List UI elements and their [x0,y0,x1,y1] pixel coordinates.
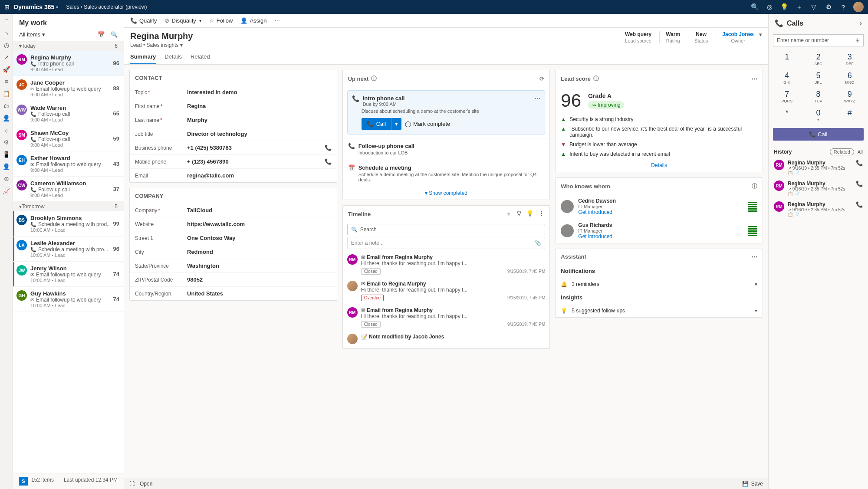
more-icon[interactable]: ⋯ [752,253,757,260]
form-field[interactable]: Emailregina@tallc.com [130,168,337,182]
history-all-link[interactable]: All [858,149,863,154]
call-history-item[interactable]: RM Regina Murphy↗ 9/16/19 • 2:35 PM • 7m… [769,157,868,178]
get-introduced-link[interactable]: Get introduced [578,209,616,215]
form-field[interactable]: Mobile phone+ (123) 4567890📞 [130,154,337,168]
show-completed-link[interactable]: ▾ Show completed [343,187,550,200]
nav-rail-item[interactable]: 📱 [3,151,10,158]
form-field[interactable]: Job titleDirector of technology [130,127,337,141]
cmd-assign[interactable]: 👤Assign [240,17,266,24]
info-icon[interactable]: ⓘ [371,75,377,82]
insights-icon[interactable]: 💡 [526,210,533,218]
search-icon[interactable]: 🔍 [111,31,118,38]
tab-summary[interactable]: Summary [130,50,156,64]
save-button[interactable]: Save [751,481,763,487]
worklist-item[interactable]: RM Regina Murphy 📞Intro phone call 9:00 … [13,51,124,76]
nav-rail-item[interactable]: ⌂ [4,30,8,36]
form-field[interactable]: State/ProvinceWashington [130,259,337,272]
brand-chevron-icon[interactable]: ▾ [56,5,58,10]
worklist-group[interactable]: ▾ Tomorrow5 [13,202,124,211]
settings-icon[interactable]: ⚙ [821,3,836,11]
reminders-row[interactable]: 🔔 3 reminders ▾ [556,278,763,291]
help-icon[interactable]: ? [836,3,851,11]
form-field[interactable]: ZIP/Postal Code98052 [130,272,337,286]
dialpad-key[interactable]: 1 [771,50,802,69]
add-icon[interactable]: ＋ [506,210,512,218]
nav-rail-item[interactable]: ↗ [4,54,9,61]
form-field[interactable]: Last name*Murphy [130,113,337,127]
dialpad-key[interactable]: * [771,106,802,125]
info-icon[interactable]: ⓘ [752,182,757,190]
dialpad-key[interactable]: 9WXYZ [834,87,865,106]
history-related-pill[interactable]: Related [830,148,854,155]
refresh-icon[interactable]: ⟳ [539,75,544,82]
nav-rail-item[interactable]: ◷ [4,42,9,49]
search-icon[interactable]: 🔍 [747,3,762,11]
leadscore-details-link[interactable]: Details [556,159,763,172]
dialpad-key[interactable]: 3DEF [834,50,865,69]
more-icon[interactable]: ⋯ [534,95,540,102]
phone-icon[interactable]: 📞 [325,158,332,165]
more-icon[interactable]: ⋮ [539,210,544,218]
worklist-item[interactable]: LA Leslie Alexander 📞Schedule a meeting … [13,236,124,262]
dialpad-key[interactable]: # [834,106,865,125]
app-launcher-icon[interactable]: ⊞ [4,3,10,10]
nav-rail-item[interactable]: ⚙ [3,139,9,146]
target-icon[interactable]: ◎ [762,3,777,11]
tab-related[interactable]: Related [191,50,210,64]
dialpad-key[interactable]: 5JKL [802,69,834,87]
more-icon[interactable]: ⋯ [752,75,757,82]
phone-icon[interactable]: 📞 [856,181,863,187]
form-field[interactable]: Websitehttps://www.tallc.com [130,217,337,231]
upnext-item[interactable]: 📞Follow-up phone callIntroduction to our… [343,138,550,160]
nav-rail-item[interactable]: 📈 [3,187,10,194]
add-icon[interactable]: ＋ [792,3,806,11]
nav-rail-item[interactable]: 👤 [3,115,10,121]
worklist-item[interactable]: GH Guy Hawkins ✉Email followup to web qu… [13,287,124,312]
form-field[interactable]: Business phone+1 (425) 5380783📞 [130,141,337,154]
upnext-item[interactable]: 📅Schedule a meetingSchedule a demo meeti… [343,160,550,187]
timeline-item[interactable]: RM ✉ Email from Regina Murphy Hi there, … [343,305,550,332]
form-field[interactable]: Street 1One Contoso Way [130,231,337,245]
nav-rail-item[interactable]: 👤 [3,163,10,170]
call-history-item[interactable]: RM Regina Murphy↗ 9/16/19 • 2:35 PM • 7m… [769,178,868,199]
nav-rail-item[interactable]: ≡ [4,17,8,24]
form-field[interactable]: First name*Regina [130,99,337,113]
followups-row[interactable]: 💡 5 suggested follow-ups ▾ [556,304,763,317]
dial-input[interactable]: Enter name or number ⊞ [773,34,864,46]
timeline-search[interactable]: 🔍Search [347,224,546,235]
worklist-group[interactable]: ▾ Today6 [13,41,124,51]
dialpad-key[interactable]: 8TUV [802,87,834,106]
phone-icon[interactable]: 📞 [856,160,863,166]
worklist-item[interactable]: BS Brooklyn Simmons 📞Schedule a meeting … [13,211,124,236]
cmd-qualify[interactable]: 📞Qualify [130,17,157,24]
worklist-item[interactable]: SM Shawn McCoy 📞Follow-up call 9:00 AM •… [13,126,124,151]
filter-icon[interactable]: ▽ [806,3,821,11]
call-history-item[interactable]: RM Regina Murphy↗ 9/16/19 • 2:35 PM • 7m… [769,199,868,220]
worklist-item[interactable]: EH Esther Howard ✉Email followup to web … [13,151,124,177]
timeline-item[interactable]: 📝 Note modified by Jacob Jones [343,332,550,348]
header-expand-icon[interactable]: ▾ [759,31,762,38]
timeline-item[interactable]: ✉ Email to Regina Murphy Hi there, thank… [343,279,550,305]
call-button[interactable]: 📞Call [362,118,391,130]
calendar-icon[interactable]: 📅 [98,31,105,38]
tab-details[interactable]: Details [164,50,182,64]
nav-rail-item[interactable]: ⊚ [4,175,9,182]
user-avatar[interactable] [853,2,864,12]
phone-icon[interactable]: 📞 [325,144,332,151]
dialpad-key[interactable]: 2ABC [802,50,834,69]
breadcrumb-sales[interactable]: Sales [66,4,79,10]
form-field[interactable]: Topic*Interested in demo [130,85,337,99]
dialpad-key[interactable]: 4GHI [771,69,802,87]
dialpad-key[interactable]: 0+ [802,106,834,125]
lightbulb-icon[interactable]: 💡 [777,3,792,11]
nav-rail-item[interactable]: 🗂 [3,102,10,109]
mark-complete-button[interactable]: ◯Mark complete [405,118,450,130]
form-field[interactable]: Company*TallCloud [130,203,337,217]
worklist-item[interactable]: CW Cameron Williamson 📞Follow up call 9:… [13,177,124,202]
worklist-item[interactable]: WW Wade Warren 📞Follow-up call 9:00 AM •… [13,101,124,126]
cmd-disqualify[interactable]: ⊘Disqualify▾ [164,17,201,24]
worklist-filter[interactable]: All items ▾ [19,31,45,38]
dialpad-key[interactable]: 7PQRS [771,87,802,106]
filter-icon[interactable]: ▽ [517,210,521,218]
get-introduced-link[interactable]: Get introduced [578,233,612,240]
